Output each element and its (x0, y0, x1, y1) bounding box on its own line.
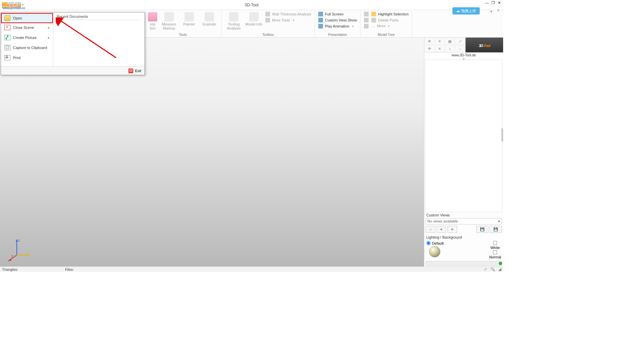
lighting-sphere[interactable] (429, 246, 440, 257)
status-grip-icon[interactable]: ◢ (498, 267, 501, 271)
model-info-button[interactable]: Model Info (245, 11, 263, 26)
qat-icon-3[interactable] (15, 2, 21, 8)
play-animation-label: Play Animation (325, 24, 350, 28)
tree-icon (364, 18, 369, 22)
view-next-button[interactable]: > (447, 226, 457, 233)
qat-icon-2[interactable] (9, 2, 14, 8)
explode-label: Explode (203, 22, 216, 26)
tree-btn-1[interactable] (364, 11, 369, 17)
print-icon (4, 55, 10, 60)
file-menu-close-scene[interactable]: Close Scene ▸ (1, 22, 53, 33)
qat-dropdown-icon[interactable]: ▾ (22, 3, 23, 6)
measure-button[interactable]: Measure Markup (160, 11, 178, 30)
chevron-down-icon: ▾ (388, 24, 389, 28)
view-home-button[interactable]: ⌂ (426, 226, 435, 233)
custom-view-show-button[interactable]: Custom View Show (318, 17, 357, 23)
file-menu-create-picture[interactable]: Create Picture ▸ (1, 33, 53, 43)
file-menu-left: Open Close Scene ▸ Create Picture ▸ Capt… (1, 12, 53, 66)
delete-parts-button[interactable]: Delete Parts (371, 17, 409, 23)
tools-group-label: Tools (148, 33, 218, 37)
play-animation-icon (318, 24, 323, 29)
wall-thickness-button[interactable]: Wall Thickness Analysis (265, 11, 311, 17)
upload-badge[interactable]: ☁ 拖拽上传 (452, 7, 480, 14)
right-panel-toolbar: 👁 ✕ ▦ ⤢ 👁 ✕ ⌂ – 3D-Tool (424, 38, 503, 53)
rp-home-button[interactable]: ⌂ (445, 45, 455, 52)
folder-open-icon (4, 15, 10, 21)
chevron-down-icon: ▾ (498, 219, 500, 223)
rp-eye2-button[interactable]: 👁 (425, 45, 434, 52)
model-tree-panel[interactable] (425, 60, 502, 212)
axis-gizmo: z x y (7, 238, 30, 262)
more-tree-button[interactable]: … More ▾ (371, 23, 409, 28)
rp-minus-button[interactable]: – (455, 45, 465, 52)
file-menu: Open Close Scene ▸ Create Picture ▸ Capt… (1, 12, 145, 75)
status-zoom-icon[interactable]: ⤢ (484, 267, 487, 271)
rp-expand-button[interactable]: ⤢ (455, 38, 465, 45)
default-lighting-radio[interactable]: Default (426, 241, 444, 245)
file-menu-capture-clipboard[interactable]: Capture to Clipboard (1, 43, 53, 53)
normal-checkbox[interactable] (493, 250, 497, 254)
minimize-button[interactable]: — (484, 1, 490, 5)
ellipsis-icon: … (371, 24, 375, 28)
play-animation-button[interactable]: Play Animation ▾ (318, 23, 357, 29)
file-menu-print-label: Print (13, 56, 21, 60)
tree-btn-2[interactable] (364, 17, 369, 23)
scrollbar-thumb[interactable] (501, 128, 503, 142)
view-save2-button[interactable]: 💾 (490, 226, 502, 233)
full-screen-button[interactable]: Full Screen (318, 11, 357, 17)
cloud-icon: ☁ (456, 9, 460, 13)
custom-views-combo[interactable]: No views available ▾ (426, 218, 502, 225)
custom-view-show-icon (318, 18, 323, 22)
tooling-analysis-button[interactable]: Tooling Analysis (225, 11, 243, 30)
status-dot-green (499, 262, 502, 265)
rp-eye-button[interactable]: 👁 (425, 38, 434, 45)
white-label: White (490, 246, 500, 250)
explode-icon (205, 12, 214, 21)
chevron-right-icon: ▸ (48, 36, 50, 39)
rp-x-button[interactable]: ✕ (435, 38, 445, 45)
restore-button[interactable]: ❐ (490, 1, 496, 5)
file-menu-print[interactable]: Print (1, 53, 53, 63)
explode-button[interactable]: Explode (201, 11, 218, 26)
close-button[interactable]: ✕ (496, 1, 502, 5)
status-search-icon[interactable]: 🔍 (490, 267, 495, 271)
ribbon-group-toolbox: Tooling Analysis Model Info Wall Thickne… (222, 10, 315, 37)
view-prev-button[interactable]: < (437, 226, 446, 233)
options-caret-icon[interactable]: ▴ (489, 9, 494, 13)
file-menu-exit[interactable]: Exit (135, 69, 141, 73)
full-screen-icon (318, 12, 323, 16)
white-checkbox[interactable] (493, 241, 497, 245)
rp-grid-button[interactable]: ▦ (445, 38, 455, 45)
lighting-slider[interactable] (426, 261, 502, 266)
quick-access-toolbar: ▾ (0, 2, 23, 8)
cross-section-label: oss tion (150, 22, 156, 30)
chevron-right-icon: ▸ (48, 26, 50, 29)
view-save-button[interactable]: 💾 (476, 226, 488, 233)
default-label: Default (432, 241, 444, 245)
rp-x2-button[interactable]: ✕ (435, 45, 445, 52)
qat-icon-1[interactable] (2, 2, 7, 8)
more-tools-icon (265, 18, 270, 22)
lighting-label: Lighting / Background (424, 234, 503, 240)
title-bar: ▾ 3D-Tool — ❐ ✕ (0, 0, 503, 10)
file-menu-close-scene-label: Close Scene (13, 26, 34, 30)
highlight-selection-button[interactable]: Highlight Selection (371, 11, 409, 17)
help-icon[interactable]: ? (496, 9, 500, 13)
more-tools-button[interactable]: More Tools ▾ (265, 17, 311, 23)
file-menu-open[interactable]: Open (1, 13, 53, 23)
status-triangles: Triangles: (2, 267, 18, 271)
right-panel: 👁 ✕ ▦ ⤢ 👁 ✕ ⌂ – 3D-Tool www.3D-Tool.de ╪… (424, 38, 503, 266)
delete-parts-label: Delete Parts (378, 18, 398, 22)
painter-button[interactable]: Painter (180, 11, 198, 26)
cross-section-button[interactable]: oss tion (148, 11, 158, 30)
ribbon-group-model-tree: Highlight Selection Delete Parts … More … (361, 10, 412, 37)
app-logo: 3D-Tool (466, 38, 503, 52)
default-radio-input[interactable] (426, 241, 431, 245)
measure-icon (164, 12, 174, 21)
svg-text:y: y (11, 254, 13, 258)
recent-documents-header: Recent Documents (57, 14, 141, 20)
custom-views-value: No views available (427, 219, 458, 223)
highlight-selection-label: Highlight Selection (378, 12, 409, 16)
full-screen-label: Full Screen (325, 12, 344, 16)
tree-btn-3[interactable] (364, 23, 369, 29)
